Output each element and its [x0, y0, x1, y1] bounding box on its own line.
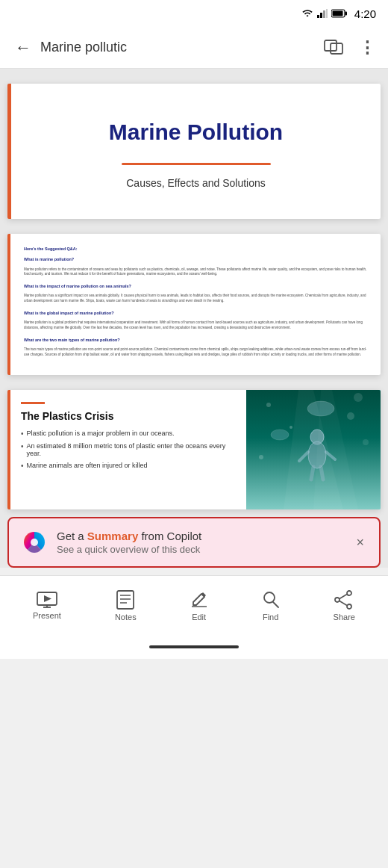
bullet-dot-3: • [21, 462, 24, 470]
bottom-nav-edit-label: Edit [192, 613, 206, 621]
slide-3-bullet-3: • Marine animals are often injured or ki… [21, 462, 236, 470]
svg-point-36 [264, 592, 275, 603]
bottom-nav: Present Notes Edit Find [0, 575, 388, 635]
slide-3-bullet-1-text: Plastic pollution is a major problem in … [27, 430, 175, 438]
bottom-nav-find[interactable]: Find [253, 584, 289, 627]
svg-line-37 [273, 602, 278, 607]
back-button[interactable]: ← [9, 32, 37, 63]
svg-marker-28 [44, 595, 51, 602]
slide-3-accent [21, 402, 45, 404]
copilot-banner[interactable]: Get a Summary from Copilot See a quick o… [7, 517, 381, 568]
copilot-subtext: See a quick overview of this deck [57, 544, 344, 555]
wifi-icon [301, 9, 313, 18]
battery-icon [331, 9, 348, 18]
slide-1: Marine Pollution Causes, Effects and Sol… [7, 84, 381, 219]
slide-2-a2: Marine pollution has a significant impac… [24, 294, 367, 304]
overlap-icon [323, 37, 344, 55]
svg-point-10 [266, 403, 271, 407]
status-bar: 4:20 [0, 0, 388, 27]
bottom-nav-notes[interactable]: Notes [106, 584, 146, 627]
slide-2-q4: What are the two main types of marine po… [24, 337, 367, 343]
content-area: Marine Pollution Causes, Effects and Sol… [0, 69, 388, 568]
slide-3-bullet-2-text: An estimated 8 million metric tons of pl… [27, 442, 236, 457]
slide-2-a1: Marine pollution refers to the contamina… [24, 267, 367, 278]
svg-rect-5 [345, 12, 347, 16]
bottom-nav-share-label: Share [334, 613, 355, 621]
more-options-button[interactable]: ⋮ [353, 32, 382, 63]
svg-point-39 [335, 598, 340, 602]
svg-point-17 [271, 430, 289, 440]
underwater-scene [246, 390, 381, 509]
bullet-dot-2: • [21, 442, 24, 457]
slide-3-title: The Plastics Crisis [21, 410, 236, 422]
slide-3-left: The Plastics Crisis • Plastic pollution … [10, 390, 246, 509]
bottom-nav-share[interactable]: Share [325, 584, 364, 627]
present-icon [37, 592, 57, 608]
slide-2-line-1: Here's the Suggested Q&A: [24, 246, 367, 252]
slide-2: Here's the Suggested Q&A: What is marine… [7, 234, 381, 375]
bottom-nav-present[interactable]: Present [24, 586, 70, 626]
slide-3-bullet-3-text: Marine animals are often injured or kill… [27, 462, 148, 470]
bottom-nav-present-label: Present [33, 611, 61, 620]
slide-1-title: Marine Pollution [35, 120, 357, 145]
svg-point-38 [347, 591, 351, 595]
slide-1-divider [122, 163, 271, 165]
edit-icon [190, 590, 208, 610]
bottom-nav-edit[interactable]: Edit [181, 584, 217, 627]
svg-point-14 [259, 455, 263, 459]
copilot-headline-part1: Get a [57, 530, 87, 542]
slide-2-a4: The two main types of marine pollution a… [24, 347, 367, 358]
svg-rect-2 [323, 10, 325, 18]
svg-line-42 [340, 601, 347, 605]
slide-3-bullet-2: • An estimated 8 million metric tons of … [21, 442, 236, 457]
svg-point-26 [31, 539, 38, 546]
slide-3-wrapper: The Plastics Crisis • Plastic pollution … [0, 390, 388, 509]
svg-point-13 [363, 439, 369, 445]
svg-rect-6 [332, 11, 342, 16]
svg-line-41 [340, 594, 347, 598]
home-indicator [0, 635, 388, 659]
svg-rect-0 [317, 15, 319, 18]
slide-2-q2: What is the impact of marine pollution o… [24, 283, 367, 289]
slide-1-subtitle: Causes, Effects and Solutions [35, 177, 357, 189]
bullet-dot-1: • [21, 430, 24, 438]
status-icons: 4:20 [301, 7, 376, 20]
copilot-headline: Get a Summary from Copilot [57, 530, 344, 542]
find-icon [262, 590, 280, 610]
slide-2-q3: What is the global impact of marine poll… [24, 310, 367, 316]
svg-rect-1 [320, 13, 322, 18]
overlap-icon-button[interactable] [317, 31, 350, 64]
signal-icon [317, 9, 328, 18]
slide-3-image [246, 390, 381, 509]
slide-3: The Plastics Crisis • Plastic pollution … [7, 390, 381, 509]
copilot-text: Get a Summary from Copilot See a quick o… [57, 530, 344, 555]
bottom-nav-notes-label: Notes [115, 613, 137, 621]
svg-rect-31 [117, 591, 134, 609]
status-time: 4:20 [354, 7, 376, 20]
svg-point-40 [347, 604, 351, 609]
slide-1-wrapper: Marine Pollution Causes, Effects and Sol… [0, 69, 388, 234]
slide-3-bullet-1: • Plastic pollution is a major problem i… [21, 430, 236, 438]
copilot-summary-word: Summary [87, 530, 138, 542]
slide-2-a3: Marine pollution is a global problem tha… [24, 320, 367, 331]
notes-icon [116, 590, 134, 610]
copilot-icon [21, 529, 48, 556]
document-title: Marine pollutic [40, 40, 317, 55]
svg-rect-3 [326, 9, 328, 18]
copilot-headline-part3: from Copilot [138, 530, 201, 542]
svg-point-11 [347, 412, 354, 420]
svg-point-12 [290, 426, 292, 429]
share-icon [334, 590, 354, 610]
header: ← Marine pollutic ⋮ [0, 27, 388, 69]
slide-2-q1: What is marine pollution? [24, 256, 367, 262]
home-bar [149, 645, 239, 648]
header-actions: ⋮ [317, 31, 382, 64]
copilot-close-button[interactable]: × [353, 532, 367, 554]
svg-point-15 [354, 393, 363, 402]
slide-2-wrapper: Here's the Suggested Q&A: What is marine… [0, 234, 388, 390]
bottom-nav-find-label: Find [263, 613, 278, 621]
